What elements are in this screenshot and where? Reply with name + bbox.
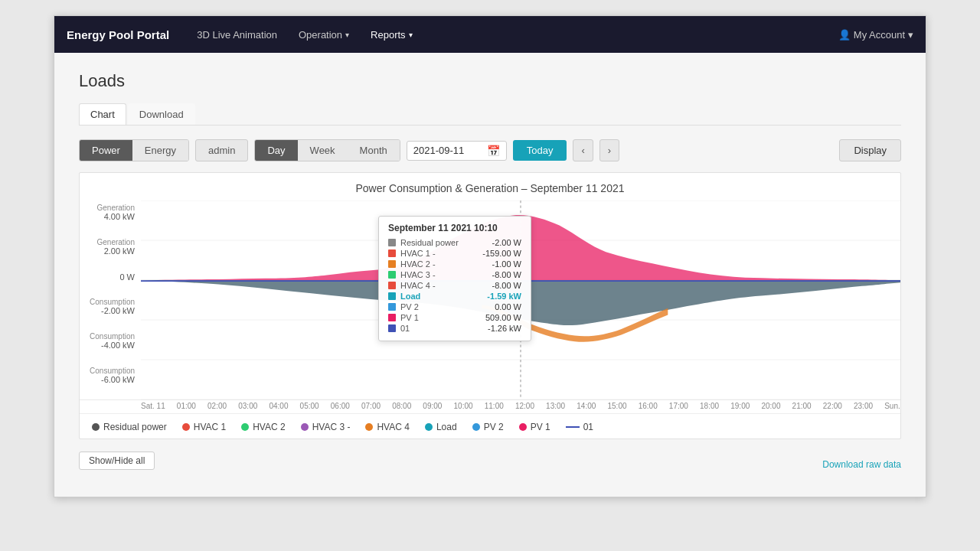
calendar-icon[interactable]: 📅	[487, 145, 500, 157]
y-label-neg2kw: Consumption -2.00 kW	[83, 298, 135, 315]
tooltip-value-hvac1: -159.00 W	[475, 249, 521, 258]
legend-label-pv2: PV 2	[484, 422, 504, 432]
power-energy-group: Power Energy	[79, 139, 189, 161]
tooltip-row-load: Load -1.59 kW	[388, 292, 521, 301]
tooltip-value-pv1: 509.00 W	[475, 313, 521, 322]
y-axis: Generation 4.00 kW Generation 2.00 kW 0 …	[80, 201, 141, 399]
tooltip-row-pv2: PV 2 0.00 W	[388, 302, 521, 311]
tooltip-label-pv2: PV 2	[400, 302, 471, 311]
legend-line-01	[566, 426, 580, 428]
legend-pv2[interactable]: PV 2	[472, 422, 504, 432]
legend-label-01: 01	[583, 422, 593, 432]
tooltip-row-hvac2: HVAC 2 - -1.00 W	[388, 259, 521, 269]
tooltip-row-residual: Residual power -2.00 W	[388, 238, 521, 247]
tooltip-label-hvac1: HVAC 1 -	[400, 249, 471, 258]
legend-label-hvac1: HVAC 1	[194, 422, 226, 432]
tooltip-color-hvac1	[388, 249, 396, 257]
chart-tooltip: September 11 2021 10:10 Residual power -…	[378, 216, 531, 341]
legend-pv1[interactable]: PV 1	[519, 422, 550, 432]
today-btn[interactable]: Today	[513, 140, 567, 161]
nav-items: 3D Live Animation Operation ▾ Reports ▾	[188, 24, 838, 45]
tooltip-color-hvac2	[388, 260, 396, 268]
legend-dot-load	[425, 423, 433, 431]
main-content: Loads Chart Download Power Energy admin …	[54, 53, 926, 497]
tooltip-row-01: 01 -1.26 kW	[388, 324, 521, 333]
legend-hvac1[interactable]: HVAC 1	[182, 422, 226, 432]
operation-caret: ▾	[345, 31, 349, 39]
week-btn[interactable]: Week	[298, 140, 348, 161]
tooltip-value-hvac2: -1.00 W	[475, 259, 521, 269]
legend-label-hvac4: HVAC 4	[377, 422, 409, 432]
legend-hvac3[interactable]: HVAC 3 -	[301, 422, 351, 432]
date-input[interactable]	[413, 145, 482, 156]
y-label-neg6kw: Consumption -6.00 kW	[83, 367, 135, 384]
account-caret: ▾	[908, 29, 913, 41]
legend-dot-pv1	[519, 423, 527, 431]
tooltip-color-hvac4	[388, 282, 396, 289]
tooltip-label-hvac2: HVAC 2 -	[400, 259, 471, 269]
legend-dot-residual	[92, 423, 100, 431]
tab-chart[interactable]: Chart	[79, 103, 126, 125]
tooltip-label-load: Load	[400, 292, 471, 301]
tooltip-color-pv2	[388, 303, 396, 311]
y-label-2kw: Generation 2.00 kW	[83, 238, 135, 256]
energy-btn[interactable]: Energy	[132, 140, 188, 161]
account-menu[interactable]: 👤 My Account ▾	[838, 29, 913, 41]
legend-label-hvac3: HVAC 3 -	[312, 422, 351, 432]
user-icon: 👤	[838, 29, 851, 41]
tooltip-color-hvac3	[388, 271, 396, 279]
chart-area: Generation 4.00 kW Generation 2.00 kW 0 …	[80, 201, 900, 399]
legend-label-hvac2: HVAC 2	[253, 422, 285, 432]
chart-svg-wrap[interactable]: September 11 2021 10:10 Residual power -…	[141, 201, 900, 399]
tooltip-title: September 11 2021 10:10	[388, 223, 521, 233]
tooltip-color-pv1	[388, 314, 396, 321]
brand: Energy Pool Portal	[67, 28, 169, 41]
legend-dot-hvac1	[182, 423, 190, 431]
tooltip-color-01	[388, 324, 396, 332]
power-btn[interactable]: Power	[80, 140, 132, 161]
chart-container: Power Consumption & Generation – Septemb…	[79, 172, 901, 439]
tooltip-value-hvac4: -8.00 W	[475, 281, 521, 290]
tooltip-row-hvac3: HVAC 3 - -8.00 W	[388, 270, 521, 279]
nav-item-reports[interactable]: Reports ▾	[361, 24, 422, 45]
tooltip-label-hvac4: HVAC 4 -	[400, 281, 471, 290]
legend-label-load: Load	[436, 422, 457, 432]
legend-01[interactable]: 01	[566, 422, 593, 432]
legend-dot-hvac2	[241, 423, 249, 431]
legend-dot-hvac4	[365, 423, 373, 431]
download-raw-link[interactable]: Download raw data	[822, 453, 901, 470]
tooltip-value-pv2: 0.00 W	[475, 302, 521, 311]
legend-residual[interactable]: Residual power	[92, 422, 167, 432]
month-btn[interactable]: Month	[348, 140, 400, 161]
legend-dot-pv2	[472, 423, 480, 431]
toolbar: Power Energy admin Day Week Month 📅 Toda…	[79, 139, 901, 161]
show-hide-btn[interactable]: Show/Hide all	[79, 452, 155, 470]
x-axis: Sat. 11 01:00 02:00 03:00 04:00 05:00 06…	[80, 399, 900, 413]
nav-item-animation[interactable]: 3D Live Animation	[188, 24, 286, 45]
y-label-4kw: Generation 4.00 kW	[83, 204, 135, 221]
legend-hvac2[interactable]: HVAC 2	[241, 422, 285, 432]
chart-title: Power Consumption & Generation – Septemb…	[80, 182, 900, 194]
date-picker-wrap: 📅	[407, 141, 507, 161]
y-label-neg4kw: Consumption -4.00 kW	[83, 332, 135, 350]
admin-badge: admin	[195, 139, 248, 161]
day-btn[interactable]: Day	[255, 140, 297, 161]
legend-label-residual: Residual power	[103, 422, 167, 432]
tooltip-value-hvac3: -8.00 W	[475, 270, 521, 279]
y-label-0: 0 W	[83, 272, 135, 282]
legend-hvac4[interactable]: HVAC 4	[365, 422, 409, 432]
tooltip-value-load: -1.59 kW	[475, 292, 521, 301]
tooltip-row-pv1: PV 1 509.00 W	[388, 313, 521, 322]
tooltip-label-residual: Residual power	[400, 238, 471, 247]
tab-download[interactable]: Download	[128, 103, 195, 125]
display-btn[interactable]: Display	[839, 139, 901, 161]
tooltip-value-residual: -2.00 W	[475, 238, 521, 247]
legend-load[interactable]: Load	[425, 422, 457, 432]
next-btn[interactable]: ›	[599, 139, 619, 161]
time-period-group: Day Week Month	[254, 139, 400, 161]
prev-btn[interactable]: ‹	[573, 139, 593, 161]
page-title: Loads	[79, 71, 901, 91]
nav-item-operation[interactable]: Operation ▾	[289, 24, 358, 45]
tooltip-value-01: -1.26 kW	[475, 324, 521, 333]
tooltip-color-residual	[388, 239, 396, 246]
